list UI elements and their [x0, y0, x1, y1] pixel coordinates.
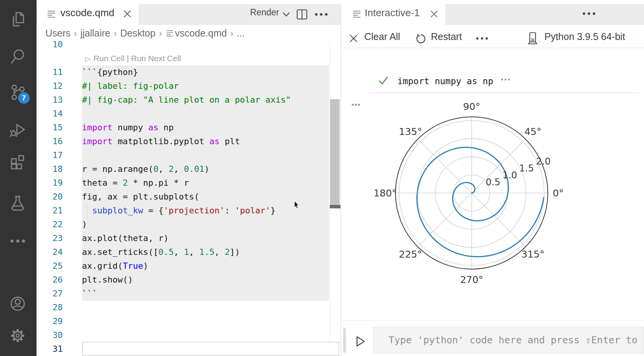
search-icon[interactable] [8, 47, 27, 65]
scrollbar-thumb[interactable] [330, 99, 340, 205]
render-button[interactable]: Render [250, 5, 279, 20]
extensions-icon[interactable] [8, 153, 27, 171]
cell-separator [369, 93, 639, 93]
line-number: 16 [37, 135, 63, 148]
more-icon[interactable] [8, 232, 27, 250]
line-number: 27 [37, 287, 63, 301]
success-check-icon [378, 75, 389, 86]
file-icon [166, 30, 174, 37]
line-number: 12 [37, 79, 63, 93]
breadcrumb-separator: › [155, 28, 165, 38]
hover-more-icon[interactable] [351, 102, 362, 108]
run-cell-play-icon[interactable]: ▷ [85, 55, 90, 63]
panel-more-actions-icon[interactable] [582, 12, 596, 16]
angle-tick-label: 270° [460, 274, 483, 285]
breadcrumb-separator: › [110, 28, 120, 38]
tab-interactive-1[interactable]: Interactive-1 [341, 0, 445, 25]
pane-divider[interactable] [340, 4, 341, 356]
scm-badge: 7 [18, 92, 30, 104]
breadcrumb-item[interactable]: vscode.qmd [175, 28, 227, 38]
codelens-run-cell[interactable]: ▷Run Cell | Run Next Cell [85, 52, 181, 65]
code-line-20: fig, ax = plt.subplots( [82, 190, 199, 204]
line-number: 24 [37, 245, 63, 259]
breadcrumb-item[interactable]: Desktop [120, 28, 155, 38]
breadcrumb-item[interactable]: jjallaire [80, 28, 110, 38]
code-line-15: import numpy as np [82, 121, 174, 135]
line-number: 17 [37, 148, 63, 162]
line-number: 14 [37, 107, 63, 121]
file-icon [47, 10, 55, 18]
breadcrumb-separator: › [227, 28, 237, 38]
breadcrumb[interactable]: Users›jjallaire›Desktop›vscode.qmd›... [45, 25, 315, 41]
tab-label: vscode.qmd [60, 5, 114, 21]
line-number: 22 [37, 218, 63, 231]
angle-tick-label: 0° [553, 188, 564, 199]
files-icon[interactable] [8, 10, 27, 28]
restart-button[interactable]: Restart [431, 29, 462, 44]
restart-icon[interactable] [415, 33, 426, 44]
tab-label: Interactive-1 [365, 5, 420, 21]
line-number: 20 [37, 190, 63, 204]
python-interpreter-icon[interactable] [526, 32, 539, 45]
file-icon [353, 10, 361, 18]
code-line-24: ax.set_rticks([0.5, 1, 1.5, 2]) [82, 245, 240, 259]
clear-all-icon[interactable] [349, 34, 358, 43]
breadcrumb-separator: › [70, 28, 80, 38]
code-line-27: ``` [82, 287, 97, 301]
line-number: 15 [37, 121, 63, 135]
r-tick-label: 1.5 [519, 163, 534, 174]
account-icon[interactable] [8, 294, 27, 313]
line-number: 26 [37, 273, 63, 287]
r-tick-label: 2.0 [536, 156, 551, 167]
code-line-19: theta = 2 * np.pi * r [82, 176, 189, 190]
line-number: 11 [37, 65, 63, 79]
tab-vscode-qmd[interactable]: vscode.qmd [37, 0, 138, 25]
line-number: 18 [37, 162, 63, 176]
close-icon[interactable] [123, 10, 132, 18]
split-editor-icon[interactable] [297, 9, 307, 20]
angle-tick-label: 135° [399, 126, 422, 137]
angle-tick-label: 315° [521, 249, 544, 260]
line-number: 30 [37, 328, 63, 342]
current-line-highlight [82, 342, 339, 356]
line-number: 21 [37, 204, 63, 218]
interpreter-label[interactable]: Python 3.9.5 64-bit [544, 29, 625, 44]
code-line-16: import matplotlib.pyplot as plt [82, 135, 240, 148]
chevron-down-icon[interactable] [282, 12, 290, 17]
code-line-26: plt.show() [82, 273, 133, 287]
line-number: 23 [37, 231, 63, 245]
line-number: 28 [37, 301, 63, 314]
line-number: 19 [37, 176, 63, 190]
r-tick-label: 1.0 [502, 170, 517, 181]
executed-cell-code[interactable]: import numpy as np [397, 74, 493, 88]
testing-icon[interactable] [8, 195, 27, 213]
line-number: 31 [37, 342, 63, 356]
code-line-18: r = np.arange(0, 2, 0.01) [82, 162, 209, 176]
angle-tick-label: 225° [399, 249, 422, 260]
line-number: 10 [37, 41, 63, 52]
toolbar-more-icon[interactable] [475, 37, 489, 40]
code-line-23: ax.plot(theta, r) [82, 231, 169, 245]
angle-tick-label: 45° [524, 126, 541, 137]
line-number: 25 [37, 259, 63, 273]
input-placeholder: Type 'python' code here and press ⇧Enter… [389, 327, 644, 354]
settings-icon[interactable] [8, 326, 27, 345]
line-number: 29 [37, 314, 63, 328]
breadcrumb-item[interactable]: ... [237, 28, 245, 38]
close-icon[interactable] [430, 10, 438, 18]
code-line-13: #| fig-cap: "A line plot on a polar axis… [82, 93, 291, 107]
code-line-12: #| label: fig-polar [82, 79, 179, 93]
input-separator [342, 320, 644, 321]
run-debug-icon[interactable] [8, 120, 27, 138]
input-cell-indicator [343, 328, 346, 353]
polar-plot: 0°45°90°135°180°225°270°315°0.51.01.52.0 [342, 48, 644, 320]
code-editor[interactable]: ▷Run Cell | Run Next Cell 10111213141516… [37, 41, 340, 356]
r-tick-label: 0.5 [486, 177, 500, 188]
cell-more-icon[interactable] [500, 77, 512, 82]
editor-more-actions-icon[interactable] [314, 12, 329, 17]
clear-all-button[interactable]: Clear All [364, 29, 400, 44]
breadcrumb-item[interactable]: Users [45, 28, 70, 38]
line-number: 13 [37, 93, 63, 107]
run-input-icon[interactable] [355, 336, 366, 347]
activity-bar: 7 [0, 0, 37, 356]
